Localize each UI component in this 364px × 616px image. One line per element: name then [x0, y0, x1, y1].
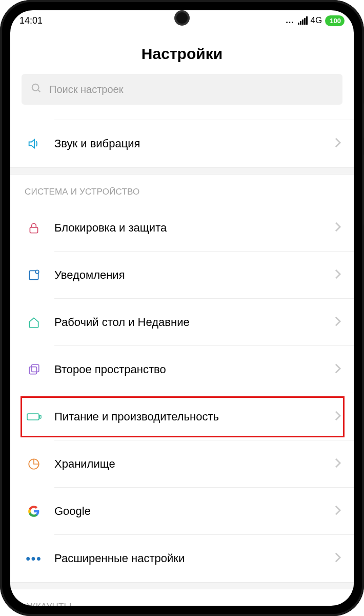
chevron-right-icon	[334, 268, 341, 282]
signal-bars-icon	[298, 16, 308, 25]
svg-rect-5	[29, 367, 36, 374]
camera-notch	[174, 10, 190, 26]
search-icon	[31, 83, 42, 96]
svg-point-4	[35, 270, 39, 274]
chevron-right-icon	[334, 137, 341, 150]
battery-level: 100	[330, 17, 341, 25]
settings-item-label: Google	[45, 505, 334, 518]
settings-item-label: Рабочий стол и Недавние	[45, 316, 334, 329]
settings-item-google[interactable]: Google	[10, 488, 354, 535]
phone-frame: 14:01 … 4G 100 Настройки Поиск настроек	[0, 0, 364, 616]
notifications-icon	[23, 268, 45, 282]
search-placeholder: Поиск настроек	[49, 84, 123, 95]
settings-item-label: Звук и вибрация	[45, 137, 334, 150]
page-title: Настройки	[10, 31, 354, 74]
settings-item-second-space[interactable]: Второе пространство	[10, 346, 354, 393]
signal-dots-icon: …	[286, 15, 295, 26]
chevron-right-icon	[334, 457, 341, 471]
storage-icon	[23, 457, 45, 471]
settings-item-home[interactable]: Рабочий стол и Недавние	[10, 299, 354, 346]
settings-item-battery[interactable]: Питание и производительность	[10, 393, 354, 440]
network-type: 4G	[311, 15, 322, 26]
chevron-right-icon	[334, 363, 341, 376]
status-right: … 4G 100	[286, 15, 345, 26]
settings-item-label: Питание и производительность	[45, 410, 334, 424]
settings-item-sound[interactable]: Звук и вибрация	[10, 120, 354, 167]
svg-rect-6	[32, 364, 39, 372]
settings-item-advanced[interactable]: ••• Расширенные настройки	[10, 535, 354, 582]
svg-point-0	[32, 84, 39, 91]
settings-item-label: Хранилище	[45, 457, 334, 471]
chevron-right-icon	[334, 221, 341, 235]
settings-item-label: Второе пространство	[45, 363, 334, 376]
sound-icon	[23, 137, 45, 151]
section-header-accounts: АККАУНТЫ	[10, 589, 354, 606]
chevron-right-icon	[334, 552, 341, 565]
chevron-right-icon	[334, 316, 341, 329]
svg-line-1	[38, 90, 41, 92]
more-icon: •••	[23, 551, 45, 566]
search-input[interactable]: Поиск настроек	[22, 74, 342, 105]
screen: 14:01 … 4G 100 Настройки Поиск настроек	[10, 10, 354, 606]
settings-item-storage[interactable]: Хранилище	[10, 440, 354, 488]
settings-item-notifications[interactable]: Уведомления	[10, 252, 354, 299]
google-icon	[23, 505, 45, 518]
status-time: 14:01	[19, 15, 43, 26]
settings-item-lock[interactable]: Блокировка и защита	[10, 204, 354, 252]
chevron-right-icon	[334, 410, 341, 424]
settings-item-label: Уведомления	[45, 268, 334, 282]
svg-rect-8	[39, 415, 41, 418]
settings-item-label: Блокировка и защита	[45, 221, 334, 235]
battery-indicator: 100	[325, 15, 345, 26]
lock-icon	[23, 221, 45, 235]
second-space-icon	[23, 363, 45, 376]
chevron-right-icon	[334, 505, 341, 518]
settings-item-label: Расширенные настройки	[45, 552, 334, 565]
section-header-system: СИСТЕМА И УСТРОЙСТВО	[10, 175, 354, 204]
svg-rect-2	[30, 227, 37, 233]
home-icon	[23, 316, 45, 329]
svg-rect-7	[27, 414, 39, 420]
battery-icon	[23, 412, 45, 422]
